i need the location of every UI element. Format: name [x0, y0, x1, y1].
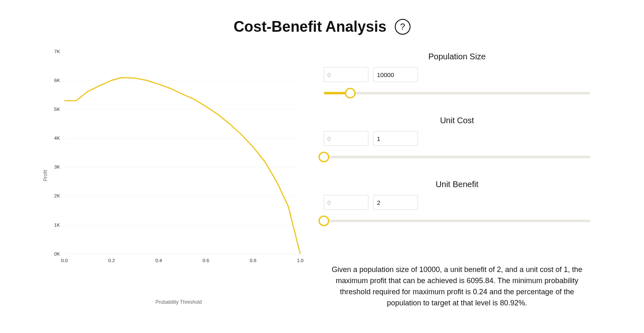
population-value-input[interactable] [373, 67, 418, 82]
unit-cost-value-input[interactable] [373, 131, 418, 146]
population-min-input[interactable] [324, 67, 368, 82]
unit-cost-min-input[interactable] [324, 131, 368, 146]
slider-thumb[interactable] [318, 216, 329, 226]
unit-benefit-value-input[interactable] [373, 195, 418, 210]
svg-text:0K: 0K [54, 251, 60, 256]
svg-text:0.0: 0.0 [61, 258, 68, 263]
population-slider[interactable] [324, 87, 590, 99]
svg-text:0.6: 0.6 [203, 258, 209, 263]
unit-cost-slider[interactable] [324, 151, 590, 163]
svg-text:2K: 2K [54, 193, 60, 198]
unit-benefit-min-input[interactable] [324, 195, 368, 210]
svg-text:1.0: 1.0 [297, 258, 304, 263]
unit-cost-group: Unit Cost [324, 116, 590, 163]
chart-svg: 0K1K2K3K4K5K6K7K0.00.20.40.60.81.0 [17, 48, 311, 276]
x-axis-label: Probability Threshold [156, 299, 202, 305]
svg-text:4K: 4K [54, 135, 60, 141]
slider-thumb[interactable] [345, 88, 356, 98]
population-size-label: Population Size [324, 52, 590, 61]
svg-text:3K: 3K [54, 164, 60, 169]
population-size-group: Population Size [324, 52, 590, 99]
svg-text:5K: 5K [54, 106, 60, 112]
unit-cost-label: Unit Cost [324, 116, 590, 125]
svg-text:0.4: 0.4 [156, 258, 163, 263]
unit-benefit-group: Unit Benefit [324, 180, 590, 227]
profit-chart: Profit 0K1K2K3K4K5K6K7K0.00.20.40.60.81.… [17, 48, 311, 303]
svg-text:0.2: 0.2 [108, 258, 115, 263]
slider-thumb[interactable] [318, 152, 329, 162]
unit-benefit-label: Unit Benefit [324, 180, 590, 189]
unit-benefit-slider[interactable] [324, 215, 590, 227]
svg-text:1K: 1K [54, 222, 60, 227]
summary-text: Given a population size of 10000, a unit… [324, 264, 590, 309]
help-icon[interactable]: ? [395, 19, 410, 35]
svg-text:7K: 7K [54, 49, 60, 54]
svg-text:6K: 6K [54, 77, 60, 83]
svg-text:0.8: 0.8 [250, 258, 256, 263]
page-title: Cost-Benefit Analysis [234, 18, 387, 35]
